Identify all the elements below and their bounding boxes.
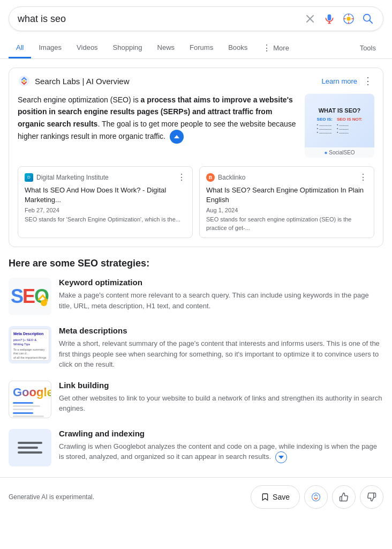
clear-search-button[interactable] <box>304 12 316 25</box>
strategy-link: Google Link building Get other websites … <box>9 381 383 418</box>
ai-text-plain1: Search engine optimization (SEO) is <box>18 95 141 104</box>
search-icon-group <box>304 12 374 25</box>
lens-search-icon[interactable] <box>342 12 355 25</box>
search-bar-container: what is seo <box>0 0 392 38</box>
crawling-strategy-icon <box>9 429 51 466</box>
ai-header: Search Labs | AI Overview Learn more ⋮ <box>9 68 383 94</box>
backlinko-source-title: What Is SEO? Search Engine Optimization … <box>206 186 367 205</box>
source-cards: D Digital Marketing Institute ⋮ What Is … <box>9 166 383 247</box>
link-strategy-name: Link building <box>59 381 383 390</box>
ai-collapse-button[interactable] <box>170 130 184 144</box>
link-strategy-content: Link building Get other websites to link… <box>59 381 383 414</box>
search-submit-button[interactable] <box>361 12 374 25</box>
ai-menu-button[interactable]: ⋮ <box>361 75 374 87</box>
crawling-strategy-desc: Crawling is when Googlebot analyzes the … <box>59 441 383 464</box>
source-card-dmi[interactable]: D Digital Marketing Institute ⋮ What Is … <box>18 166 193 238</box>
ai-learn-more-link[interactable]: Learn more <box>322 77 357 85</box>
meta-card-visual: Meta Description ption? [+ SEO & Writing… <box>11 329 49 361</box>
thumbs-down-button[interactable] <box>360 485 383 509</box>
ai-overview-section: Search Labs | AI Overview Learn more ⋮ S… <box>9 68 383 247</box>
more-dots-icon: ⋮ <box>262 43 271 53</box>
backlinko-source-snippet: SEO stands for search engine optimizatio… <box>206 216 367 232</box>
thumbs-up-button[interactable] <box>332 485 356 509</box>
dmi-source-name: Digital Marketing Institute <box>36 174 174 181</box>
search-query: what is seo <box>18 13 298 25</box>
svg-text:E: E <box>22 285 35 307</box>
ai-overview-image: WHAT IS SEO? SEO IS: ▪ ............ ▪ ..… <box>305 94 374 158</box>
chevron-up-icon <box>174 135 179 138</box>
keyword-strategy-name: Keyword optimization <box>59 278 383 287</box>
chevron-down-icon <box>278 456 284 459</box>
svg-line-5 <box>370 20 373 24</box>
backlinko-source-name: Backlinko <box>218 174 356 181</box>
source-card-dmi-header: D Digital Marketing Institute ⋮ <box>25 172 186 182</box>
ai-experimental-text: Generative AI is experimental. <box>9 493 245 501</box>
ai-overview-title: Search Labs | AI Overview <box>35 77 318 86</box>
source-card-backlinko-header: B Backlinko ⋮ <box>206 172 367 182</box>
tools-tab[interactable]: Tools <box>352 39 383 57</box>
ai-image-caption: ● SocialSEO <box>305 147 374 158</box>
ham-line-2 <box>18 447 38 449</box>
search-bar[interactable]: what is seo <box>9 6 383 31</box>
strategies-section: Here are some SEO strategies: S E O Keyw… <box>0 247 392 466</box>
ai-overview-text: Search engine optimization (SEO) is a pr… <box>18 94 298 158</box>
keyword-strategy-icon: S E O <box>9 278 51 315</box>
crawling-visual <box>9 429 51 466</box>
meta-strategy-name: Meta descriptions <box>59 326 383 335</box>
ham-line-1 <box>18 442 42 444</box>
ai-content: Search engine optimization (SEO) is a pr… <box>9 94 383 166</box>
svg-point-3 <box>346 17 350 20</box>
bottom-actions: Save <box>251 485 383 509</box>
save-button[interactable]: Save <box>251 485 300 509</box>
labs-feedback-button[interactable] <box>304 485 328 509</box>
strategy-crawling: Crawling and indexing Crawling is when G… <box>9 429 383 466</box>
nav-tabs: All Images Videos Shopping News Forums B… <box>0 38 392 59</box>
link-strategy-desc: Get other websites to link to your websi… <box>59 393 383 414</box>
dmi-source-menu[interactable]: ⋮ <box>177 172 186 182</box>
crawling-strategy-content: Crawling and indexing Crawling is when G… <box>59 429 383 464</box>
bottom-bar: Generative AI is experimental. Save <box>0 477 392 516</box>
source-card-backlinko[interactable]: B Backlinko ⋮ What Is SEO? Search Engine… <box>199 166 374 238</box>
dmi-source-title: What Is SEO And How Does It Work? - Digi… <box>25 186 186 205</box>
tab-videos[interactable]: Videos <box>69 38 105 58</box>
dmi-source-date: Feb 27, 2024 <box>25 207 186 213</box>
keyword-strategy-desc: Make a page's content more relevant to a… <box>59 290 383 311</box>
backlinko-source-menu[interactable]: ⋮ <box>359 172 367 182</box>
tab-shopping[interactable]: Shopping <box>105 38 150 58</box>
strategies-title: Here are some SEO strategies: <box>9 258 383 269</box>
strategy-meta: Meta Description ption? [+ SEO & Writing… <box>9 326 383 370</box>
ai-image-source: SocialSEO <box>329 150 355 155</box>
meta-strategy-desc: Write a short, relevant summary of the p… <box>59 338 383 370</box>
tab-books[interactable]: Books <box>221 38 255 58</box>
seo-chart-image: WHAT IS SEO? SEO IS: ▪ ............ ▪ ..… <box>305 94 374 147</box>
svg-point-11 <box>41 300 47 306</box>
tab-forums[interactable]: Forums <box>182 38 221 58</box>
crawling-expand-btn[interactable] <box>275 451 287 463</box>
save-label: Save <box>273 493 290 501</box>
backlinko-favicon: B <box>206 173 215 182</box>
more-label: More <box>273 44 289 52</box>
voice-search-icon[interactable] <box>323 12 336 25</box>
svg-point-7 <box>23 80 25 82</box>
ham-line-3 <box>18 451 42 454</box>
google-page-visual: Google <box>10 382 50 417</box>
keyword-strategy-content: Keyword optimization Make a page's conte… <box>59 278 383 311</box>
tab-news[interactable]: News <box>150 38 183 58</box>
google-logo-text: Google <box>13 385 51 399</box>
search-labs-icon <box>18 75 31 87</box>
dmi-favicon: D <box>25 173 33 182</box>
link-strategy-icon: Google <box>9 381 51 418</box>
svg-text:S: S <box>11 285 24 307</box>
backlinko-source-date: Aug 1, 2024 <box>206 207 367 213</box>
tab-more[interactable]: ⋮ More <box>255 38 297 58</box>
meta-strategy-icon: Meta Description ption? [+ SEO & Writing… <box>9 326 51 363</box>
crawling-strategy-name: Crawling and indexing <box>59 429 383 438</box>
dmi-source-snippet: SEO stands for 'Search Engine Optimizati… <box>25 216 186 224</box>
hamburger-icon <box>18 442 42 454</box>
meta-strategy-content: Meta descriptions Write a short, relevan… <box>59 326 383 370</box>
tab-all[interactable]: All <box>9 38 31 58</box>
tab-images[interactable]: Images <box>31 38 69 58</box>
strategy-keyword: S E O Keyword optimization Make a page's… <box>9 278 383 315</box>
